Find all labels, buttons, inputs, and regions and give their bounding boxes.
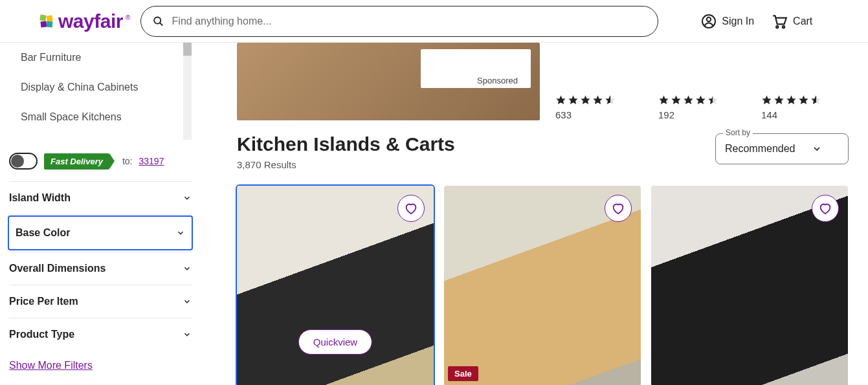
quickview-button[interactable]: Quickview xyxy=(298,329,372,355)
chevron-down-icon xyxy=(812,144,822,154)
header: wayfair ® Sign In Cart xyxy=(0,0,868,43)
category-item[interactable]: Display & China Cabinets xyxy=(9,72,192,102)
svg-point-7 xyxy=(707,17,711,21)
user-icon xyxy=(701,14,717,29)
svg-point-9 xyxy=(783,26,785,28)
main-content: Sponsored 633 xyxy=(201,43,868,385)
filter-label: Island Width xyxy=(9,192,71,204)
category-scroll-thumb[interactable] xyxy=(183,43,192,56)
filter-island-width[interactable]: Island Width xyxy=(9,181,192,214)
fast-delivery-row: Fast Delivery to: 33197 xyxy=(9,149,192,181)
heart-icon xyxy=(818,201,832,215)
fast-delivery-badge: Fast Delivery xyxy=(44,153,109,170)
svg-marker-15 xyxy=(659,95,668,104)
svg-point-4 xyxy=(154,17,161,23)
filter-overall-dimensions[interactable]: Overall Dimensions xyxy=(9,252,192,285)
sign-in-button[interactable]: Sign In xyxy=(701,14,754,29)
category-item[interactable]: Small Space Kitchens xyxy=(9,102,192,132)
header-right: Sign In Cart xyxy=(701,13,812,30)
search-input[interactable] xyxy=(172,16,647,27)
svg-marker-19 xyxy=(708,95,717,104)
chevron-down-icon xyxy=(183,193,192,203)
filter-label: Product Type xyxy=(9,329,74,340)
logo[interactable]: wayfair ® xyxy=(39,10,130,32)
cart-icon xyxy=(771,13,788,30)
svg-marker-20 xyxy=(762,95,771,104)
sort-select[interactable]: Recommended xyxy=(715,133,849,164)
stars-icon xyxy=(658,94,746,105)
svg-point-8 xyxy=(776,26,778,28)
logo-mark-icon xyxy=(39,14,54,29)
svg-marker-18 xyxy=(696,95,705,104)
reco-count: 633 xyxy=(555,109,643,120)
zip-link[interactable]: 33197 xyxy=(139,156,164,166)
stars-icon xyxy=(555,94,643,105)
title-bar: Kitchen Islands & Carts 3,870 Results So… xyxy=(237,133,849,170)
filter-base-color[interactable]: Base Color xyxy=(8,215,193,250)
filter-label: Base Color xyxy=(16,227,70,239)
category-scrollbar[interactable] xyxy=(183,43,192,140)
zip-to-label: to: xyxy=(122,156,133,166)
sort-value: Recommended xyxy=(725,143,796,155)
cart-label: Cart xyxy=(793,16,812,27)
favorite-button[interactable] xyxy=(812,195,839,222)
chevron-down-icon xyxy=(183,264,192,273)
svg-marker-23 xyxy=(799,95,808,104)
chevron-down-icon xyxy=(183,330,192,339)
product-image[interactable]: Sale xyxy=(444,186,641,385)
category-item[interactable]: Bar Furniture xyxy=(9,43,192,72)
favorite-button[interactable] xyxy=(605,195,632,222)
reco-item[interactable]: 633 xyxy=(555,94,643,120)
filter-product-type[interactable]: Product Type xyxy=(9,318,192,351)
cart-button[interactable]: Cart xyxy=(771,13,812,30)
filter-label: Overall Dimensions xyxy=(9,263,106,274)
page-title: Kitchen Islands & Carts xyxy=(237,133,455,155)
svg-marker-16 xyxy=(671,95,680,104)
heart-icon xyxy=(611,201,625,215)
show-more-filters[interactable]: Show More Filters xyxy=(9,351,93,380)
search-bar[interactable] xyxy=(140,6,658,37)
product-card[interactable]: Sale Wood Kitchen Island xyxy=(444,186,641,385)
product-image[interactable] xyxy=(651,186,848,385)
heart-icon xyxy=(404,201,418,215)
svg-line-5 xyxy=(160,23,162,25)
results-count: 3,870 Results xyxy=(237,159,455,170)
product-image[interactable]: Quickview xyxy=(237,186,434,385)
recommendation-row: Sponsored 633 xyxy=(237,43,849,120)
sort-label: Sort by xyxy=(723,128,753,137)
stars-icon xyxy=(761,94,849,105)
svg-marker-22 xyxy=(786,95,796,104)
svg-marker-13 xyxy=(593,95,602,104)
fast-delivery-toggle[interactable] xyxy=(9,153,38,170)
svg-rect-0 xyxy=(39,14,46,21)
svg-marker-14 xyxy=(605,95,614,104)
svg-marker-12 xyxy=(581,95,590,104)
svg-marker-24 xyxy=(811,95,820,104)
reco-count: 144 xyxy=(761,109,849,120)
sale-badge: Sale xyxy=(448,366,478,381)
reco-item[interactable]: 192 xyxy=(658,94,746,120)
filter-label: Price Per Item xyxy=(9,296,78,307)
chevron-down-icon xyxy=(183,297,192,306)
filter-price-per-item[interactable]: Price Per Item xyxy=(9,285,192,318)
reco-count: 192 xyxy=(658,109,746,120)
sponsored-card[interactable]: Sponsored xyxy=(237,43,540,120)
svg-rect-2 xyxy=(40,21,47,27)
svg-rect-3 xyxy=(47,21,53,27)
product-card[interactable]: Quickview Wood Kitchen Island xyxy=(237,186,434,385)
svg-marker-11 xyxy=(568,95,577,104)
product-card[interactable]: Arthalia Wood Kitchen Island xyxy=(651,186,848,385)
sort-wrap: Sort by Recommended xyxy=(715,133,849,164)
chevron-down-icon xyxy=(176,228,185,237)
logo-text: wayfair xyxy=(58,10,123,32)
reco-item[interactable]: 144 xyxy=(761,94,849,120)
svg-marker-17 xyxy=(684,95,693,104)
favorite-button[interactable] xyxy=(397,195,425,222)
sign-in-label: Sign In xyxy=(722,16,754,27)
sponsored-label: Sponsored xyxy=(473,74,522,87)
category-list: Bar Furniture Display & China Cabinets S… xyxy=(9,43,192,140)
logo-trademark: ® xyxy=(126,14,130,21)
toggle-knob xyxy=(11,155,24,168)
sidebar: Bar Furniture Display & China Cabinets S… xyxy=(0,43,201,385)
svg-marker-21 xyxy=(774,95,783,104)
